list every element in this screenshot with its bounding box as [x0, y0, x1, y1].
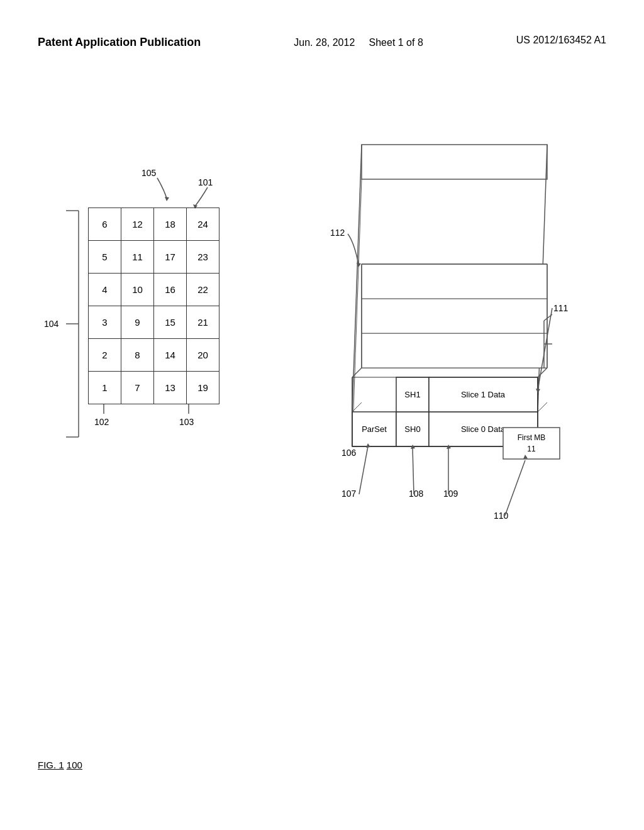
- publication-number: US 2012/163452 A1: [516, 35, 606, 46]
- svg-line-51: [359, 446, 368, 494]
- svg-text:SH0: SH0: [404, 424, 420, 434]
- svg-text:Slice 1 Data: Slice 1 Data: [461, 390, 506, 399]
- cell-16: 16: [154, 274, 187, 306]
- svg-text:SH1: SH1: [404, 390, 420, 399]
- publication-title: Patent Application Publication: [38, 35, 201, 50]
- publication-date-sheet: Jun. 28, 2012 Sheet 1 of 8: [294, 35, 423, 51]
- cell-2: 2: [89, 339, 121, 372]
- cell-10: 10: [121, 274, 154, 306]
- svg-line-14: [352, 145, 362, 412]
- cell-15: 15: [154, 306, 187, 339]
- svg-text:101: 101: [198, 177, 213, 187]
- svg-text:105: 105: [142, 168, 157, 178]
- packet-svg: ParSet SH0 Slice 0 Data SH1 Slice 1 Data: [311, 126, 594, 566]
- fig-text: FIG. 1: [38, 760, 64, 770]
- fig-label: FIG. 1 100: [38, 760, 82, 770]
- svg-line-54: [413, 448, 414, 494]
- right-diagram: ParSet SH0 Slice 0 Data SH1 Slice 1 Data: [311, 126, 594, 566]
- fig-number: 100: [67, 760, 82, 770]
- page: Patent Application Publication Jun. 28, …: [0, 0, 644, 830]
- svg-line-16: [352, 179, 362, 446]
- cell-22: 22: [187, 274, 219, 306]
- cell-12: 12: [121, 208, 154, 241]
- cell-21: 21: [187, 306, 219, 339]
- left-diagram: 104 105 101 6 12 18 24 5: [88, 208, 219, 404]
- bracket-104-svg: 104: [41, 208, 91, 440]
- cell-14: 14: [154, 339, 187, 372]
- cell-5: 5: [89, 241, 121, 274]
- cell-20: 20: [187, 339, 219, 372]
- svg-text:102: 102: [94, 417, 109, 427]
- svg-line-63: [505, 460, 525, 516]
- cell-23: 23: [187, 241, 219, 274]
- svg-text:ParSet: ParSet: [362, 424, 387, 434]
- svg-marker-6: [165, 197, 169, 201]
- sheet-info: Sheet 1 of 8: [369, 37, 423, 48]
- svg-text:First MB: First MB: [518, 433, 546, 442]
- svg-text:111: 111: [553, 303, 569, 313]
- cell-17: 17: [154, 241, 187, 274]
- cell-7: 7: [121, 372, 154, 404]
- cell-18: 18: [154, 208, 187, 241]
- cell-4: 4: [89, 274, 121, 306]
- cell-11: 11: [121, 241, 154, 274]
- svg-text:104: 104: [44, 319, 59, 329]
- svg-text:106: 106: [341, 448, 357, 458]
- label-102-svg: 102: [88, 401, 170, 436]
- cell-3: 3: [89, 306, 121, 339]
- svg-rect-60: [503, 428, 560, 459]
- cell-1: 1: [89, 372, 121, 404]
- grid-table: 6 12 18 24 5 11 17 23 4 10 16 22: [88, 208, 219, 404]
- svg-rect-32: [362, 333, 547, 368]
- svg-line-39: [538, 402, 547, 412]
- svg-text:Slice 0 Data: Slice 0 Data: [461, 424, 506, 434]
- cell-19: 19: [187, 372, 219, 404]
- svg-rect-13: [362, 145, 547, 179]
- svg-text:112: 112: [330, 228, 345, 238]
- cell-24: 24: [187, 208, 219, 241]
- cell-8: 8: [121, 339, 154, 372]
- svg-text:11: 11: [527, 445, 536, 453]
- svg-text:108: 108: [409, 489, 424, 499]
- cell-9: 9: [121, 306, 154, 339]
- header: Patent Application Publication Jun. 28, …: [0, 35, 644, 51]
- cell-6: 6: [89, 208, 121, 241]
- label-103-svg: 103: [170, 401, 252, 436]
- cell-13: 13: [154, 372, 187, 404]
- publication-date: Jun. 28, 2012: [294, 37, 355, 48]
- svg-text:109: 109: [443, 489, 458, 499]
- svg-rect-33: [362, 299, 547, 333]
- svg-text:107: 107: [341, 489, 357, 499]
- svg-rect-34: [362, 264, 547, 299]
- svg-text:103: 103: [179, 417, 194, 427]
